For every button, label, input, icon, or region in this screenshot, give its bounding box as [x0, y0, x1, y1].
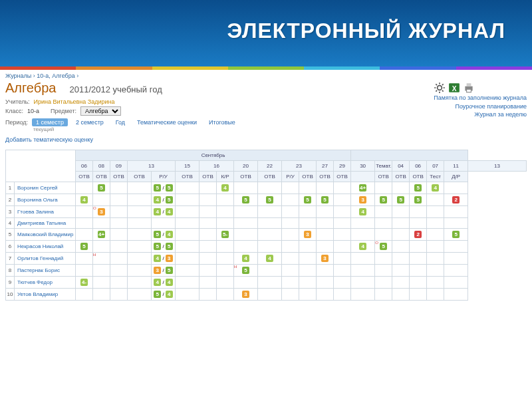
- grade-cell[interactable]: 4: [351, 241, 375, 253]
- settings-icon[interactable]: [434, 82, 446, 94]
- side-link[interactable]: Поурочное планирование: [434, 102, 527, 111]
- student-name[interactable]: Некрасов Николай: [15, 241, 76, 253]
- grade-cell[interactable]: [282, 182, 299, 194]
- grade-cell[interactable]: [444, 182, 468, 194]
- right-day-header[interactable]: 04: [392, 161, 410, 172]
- grade-cell[interactable]: [176, 277, 200, 289]
- grade-cell[interactable]: [317, 265, 334, 277]
- grade-cell[interactable]: [176, 265, 200, 277]
- grade-cell[interactable]: [128, 229, 152, 241]
- breadcrumb-journals[interactable]: Журналы: [5, 72, 31, 79]
- grade-cell[interactable]: [282, 241, 299, 253]
- grade-cell[interactable]: 4 / 4: [152, 277, 176, 289]
- grade-cell[interactable]: [200, 182, 217, 194]
- grade-cell[interactable]: 4-: [76, 277, 93, 289]
- period-tab[interactable]: Итоговые: [205, 118, 239, 126]
- day-header[interactable]: 06: [76, 161, 93, 172]
- grade-cell[interactable]: [427, 265, 444, 277]
- grade-cell[interactable]: [427, 289, 444, 301]
- grade-cell[interactable]: [410, 277, 427, 289]
- grade-cell[interactable]: [282, 206, 299, 218]
- grade-cell[interactable]: [375, 229, 392, 241]
- grade-cell[interactable]: [351, 229, 375, 241]
- grade-cell[interactable]: [427, 229, 444, 241]
- add-thematic-grade[interactable]: Добавить тематическую оценку: [5, 136, 93, 143]
- grade-cell[interactable]: [217, 265, 234, 277]
- grade-cell[interactable]: [217, 277, 234, 289]
- grade-cell[interactable]: [410, 265, 427, 277]
- grade-cell[interactable]: [392, 206, 410, 218]
- grade-cell[interactable]: [258, 241, 282, 253]
- grade-cell[interactable]: 4: [351, 206, 375, 218]
- grade-cell[interactable]: 5: [410, 182, 427, 194]
- side-link[interactable]: Журнал за неделю: [434, 110, 527, 119]
- grade-cell[interactable]: [317, 277, 334, 289]
- grade-cell[interactable]: 4 / 5: [152, 194, 176, 206]
- grade-cell[interactable]: 3: [299, 229, 317, 241]
- grade-cell[interactable]: [258, 265, 282, 277]
- grade-cell[interactable]: [128, 277, 152, 289]
- grade-cell[interactable]: [392, 289, 410, 301]
- right-day-header[interactable]: 11: [444, 161, 468, 172]
- grade-cell[interactable]: [282, 289, 299, 301]
- grade-cell[interactable]: [334, 218, 351, 229]
- grade-cell[interactable]: [234, 277, 258, 289]
- grade-cell[interactable]: [317, 182, 334, 194]
- grade-cell[interactable]: 4+: [351, 182, 375, 194]
- grade-cell[interactable]: [217, 194, 234, 206]
- day-header[interactable]: 30: [351, 161, 375, 172]
- grade-cell[interactable]: [110, 253, 128, 265]
- grade-cell[interactable]: [110, 182, 128, 194]
- grade-cell[interactable]: [375, 182, 392, 194]
- grade-cell[interactable]: [427, 253, 444, 265]
- grade-cell[interactable]: [200, 253, 217, 265]
- grade-cell[interactable]: [234, 229, 258, 241]
- grade-cell[interactable]: [375, 206, 392, 218]
- grade-cell[interactable]: 5: [317, 194, 334, 206]
- grade-cell[interactable]: [351, 265, 375, 277]
- grade-cell[interactable]: 5: [93, 182, 110, 194]
- grade-cell[interactable]: [351, 289, 375, 301]
- grade-cell[interactable]: 5 / 4: [152, 229, 176, 241]
- grade-cell[interactable]: [76, 218, 93, 229]
- grade-cell[interactable]: [200, 229, 217, 241]
- grade-cell[interactable]: [444, 253, 468, 265]
- grade-cell[interactable]: 2: [444, 194, 468, 206]
- subject-select[interactable]: Алгебра: [80, 106, 121, 116]
- grade-cell[interactable]: [282, 229, 299, 241]
- grade-cell[interactable]: 4: [76, 194, 93, 206]
- grade-cell[interactable]: [427, 241, 444, 253]
- grade-cell[interactable]: [76, 182, 93, 194]
- grade-cell[interactable]: [128, 253, 152, 265]
- grade-cell[interactable]: [110, 229, 128, 241]
- grade-cell[interactable]: 5 / 5: [152, 182, 176, 194]
- period-tab[interactable]: Тематические оценки: [133, 118, 201, 126]
- day-header[interactable]: 27: [317, 161, 334, 172]
- grade-cell[interactable]: 5: [444, 229, 468, 241]
- grade-cell[interactable]: [93, 194, 110, 206]
- grade-cell[interactable]: [200, 241, 217, 253]
- grade-cell[interactable]: [110, 241, 128, 253]
- grade-cell[interactable]: [110, 265, 128, 277]
- grade-cell[interactable]: [444, 241, 468, 253]
- day-header[interactable]: 09: [110, 161, 128, 172]
- grade-cell[interactable]: [176, 218, 200, 229]
- grade-cell[interactable]: [176, 289, 200, 301]
- grade-cell[interactable]: [93, 289, 110, 301]
- grade-cell[interactable]: [444, 218, 468, 229]
- grade-cell[interactable]: 5: [258, 194, 282, 206]
- grade-cell[interactable]: [128, 265, 152, 277]
- grade-cell[interactable]: [200, 218, 217, 229]
- grade-cell[interactable]: [427, 194, 444, 206]
- grade-cell[interactable]: [234, 182, 258, 194]
- grade-cell[interactable]: [444, 277, 468, 289]
- grade-cell[interactable]: 5: [299, 194, 317, 206]
- day-header[interactable]: 16: [200, 161, 234, 172]
- grade-cell[interactable]: [110, 218, 128, 229]
- day-header[interactable]: 29: [334, 161, 351, 172]
- grade-cell[interactable]: [258, 289, 282, 301]
- student-name[interactable]: Уетов Владимир: [15, 289, 76, 301]
- grade-cell[interactable]: [110, 194, 128, 206]
- grade-cell[interactable]: [76, 253, 93, 265]
- grade-cell[interactable]: [299, 241, 317, 253]
